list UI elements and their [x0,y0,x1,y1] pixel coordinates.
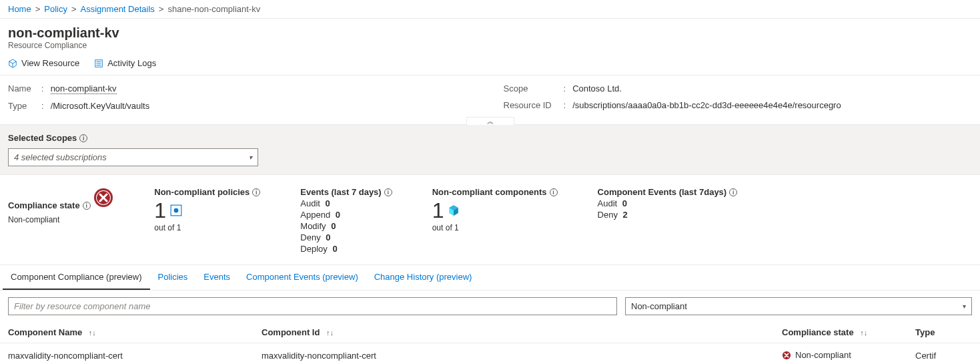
filter-state-dropdown[interactable]: Non-compliant ▾ [625,297,972,315]
filter-state-value: Non-compliant [631,301,687,311]
stat-components-sub: out of 1 [432,223,558,232]
sort-icon: ↑↓ [89,329,96,337]
events-append-label: Append [300,210,330,220]
tab-component-events[interactable]: Component Events (preview) [238,265,366,290]
policy-hex-icon [170,204,182,216]
events-modify-label: Modify [300,221,326,231]
compevents-audit-label: Audit [598,198,618,208]
stat-components-title: Non-compliant components [432,187,547,197]
stat-events-title: Events (last 7 days) [300,187,381,197]
breadcrumb-current: shane-non-compliant-kv [167,4,260,14]
activity-logs-label: Activity Logs [107,58,156,68]
events-deploy-label: Deploy [300,244,327,254]
collapse-handle[interactable]: ︽ [466,117,514,125]
view-resource-button[interactable]: View Resource [8,58,79,68]
stat-component-events: Component Events (last 7days) i Audit 0 … [598,187,738,255]
info-icon[interactable]: i [384,188,392,196]
selected-scopes-label: Selected Scopes [8,133,77,143]
stats-row: Compliance state i Non-compliant Non-com… [0,175,980,265]
breadcrumb-assignment[interactable]: Assignment Details [81,4,155,14]
view-resource-label: View Resource [21,58,79,68]
prop-name-value[interactable]: non-compliant-kv [51,83,117,94]
compevents-audit-value: 0 [622,198,627,208]
stat-noncompliant-components: Non-compliant components i 1 out of 1 [432,187,558,255]
sort-icon: ↑↓ [326,329,334,337]
svg-point-8 [174,208,179,213]
stat-components-value: 1 [432,200,444,221]
chevron-down-icon: ▾ [249,154,252,161]
events-audit-label: Audit [300,198,320,208]
events-deny-value: 0 [326,232,330,242]
components-table: Component Name ↑↓ Component Id ↑↓ Compli… [0,322,980,364]
cube-outline-icon [8,59,17,68]
prop-scope-label: Scope [504,83,564,94]
tab-change-history[interactable]: Change History (preview) [366,265,480,290]
selected-scopes-value: 4 selected subscriptions [14,152,107,162]
col-component-name-label: Component Name [8,327,82,337]
stat-noncompliant-policies: Non-compliant policies i 1 out of 1 [154,187,260,255]
component-cube-icon [448,204,460,216]
col-compliance-state[interactable]: Compliance state ↑↓ [774,322,907,343]
selected-scopes-dropdown[interactable]: 4 selected subscriptions ▾ [8,148,258,166]
stat-compliance-value: Non-compliant [8,215,114,224]
chevron-down-icon: ▾ [963,303,966,310]
cell-component-name: maxvalidity-noncompliant-cert [0,343,254,365]
info-icon[interactable]: i [550,188,558,196]
info-icon[interactable]: i [79,134,87,142]
prop-scope-value: Contoso Ltd. [572,83,622,94]
events-audit-value: 0 [326,198,330,208]
noncompliant-icon [93,187,114,208]
filter-name-input[interactable] [8,297,617,315]
breadcrumb-sep: > [71,4,77,14]
stat-policies-sub: out of 1 [154,223,260,232]
cell-compliance-state: Non-compliant [795,350,851,360]
cell-component-id: maxvalidity-noncompliant-cert [254,343,774,365]
events-deny-label: Deny [300,232,320,242]
events-deploy-value: 0 [332,244,337,254]
events-append-value: 0 [336,210,340,220]
compevents-deny-label: Deny [598,210,618,220]
page-header: non-compliant-kv Resource Compliance [0,19,980,54]
prop-type-label: Type [8,101,41,111]
cell-type: Certif [907,343,980,365]
info-icon[interactable]: i [252,188,260,196]
page-title: non-compliant-kv [8,25,972,41]
info-icon[interactable]: i [83,202,91,210]
stat-policies-value: 1 [154,200,166,221]
breadcrumb-home[interactable]: Home [8,4,31,14]
breadcrumb: Home > Policy > Assignment Details > sha… [0,0,980,19]
breadcrumb-sep: > [35,4,41,14]
col-type-label: Type [915,327,935,337]
col-compliance-state-label: Compliance state [782,327,854,337]
prop-resourceid-value: /subscriptions/aaaa0a0a-bb1b-cc2c-dd3d-e… [572,100,841,110]
page-subtitle: Resource Compliance [8,41,972,50]
breadcrumb-sep: > [159,4,164,14]
prop-type-value: /Microsoft.KeyVault/vaults [51,101,150,111]
stat-compevents-title: Component Events (last 7days) [598,187,727,197]
stat-compliance-title: Compliance state [8,200,80,210]
stat-events: Events (last 7 days) i Audit 0 Append 0 … [300,187,392,255]
breadcrumb-policy[interactable]: Policy [44,4,67,14]
tab-policies[interactable]: Policies [150,265,196,290]
col-component-id[interactable]: Component Id ↑↓ [254,322,774,343]
col-component-name[interactable]: Component Name ↑↓ [0,322,254,343]
stat-policies-title: Non-compliant policies [154,187,250,197]
tab-component-compliance[interactable]: Component Compliance (preview) [3,265,150,290]
table-row[interactable]: maxvalidity-noncompliant-cert maxvalidit… [0,343,980,365]
list-icon [94,59,103,68]
info-icon[interactable]: i [729,188,737,196]
chevron-up-double-icon: ︽ [487,117,494,126]
col-component-id-label: Component Id [262,327,320,337]
properties-panel: Name : non-compliant-kv Type : /Microsof… [0,75,980,125]
toolbar: View Resource Activity Logs [0,54,980,75]
tab-events[interactable]: Events [195,265,238,290]
prop-resourceid-label: Resource ID [504,100,564,110]
tabs: Component Compliance (preview) Policies … [0,265,980,291]
events-modify-value: 0 [331,221,336,231]
col-type[interactable]: Type [907,322,980,343]
prop-name-label: Name [8,83,41,94]
sort-icon: ↑↓ [860,329,867,337]
activity-logs-button[interactable]: Activity Logs [94,58,156,68]
selected-scopes-section: Selected Scopes i 4 selected subscriptio… [0,125,980,175]
noncompliant-small-icon [782,351,791,360]
